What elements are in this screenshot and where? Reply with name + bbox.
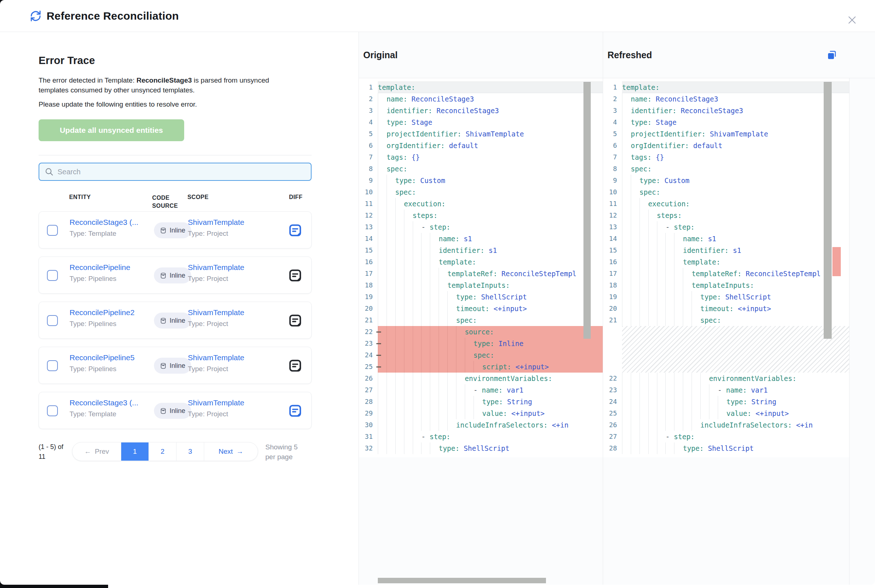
original-code-editor: 1template:2 name: ReconcileStage33 ident… [359,78,603,585]
line-number: 24 [603,396,620,408]
line-number: 11 [359,198,376,210]
code-line: 13 - step: [359,221,603,233]
scope-link[interactable]: ShivamTemplate [188,218,244,226]
diff-note-icon [288,404,302,418]
line-number: 1 [359,81,376,93]
table-row[interactable]: ReconcilePipeline2 Type: Pipelines Inlin… [39,302,312,339]
error-template-name: ReconcileStage3 [137,76,192,84]
line-number: 9 [603,175,620,186]
code-line: 28 type: ShellScript [603,442,849,454]
code-line: 23 type: Inline [359,338,603,349]
vertical-scrollbar-thumb[interactable] [584,82,591,339]
code-line: 1template: [603,81,849,93]
update-all-unsynced-button[interactable]: Update all unsynced entities [39,119,184,141]
code-line: 15 identifier: s1 [603,244,849,256]
entity-type-label: Type: Pipelines [69,365,135,373]
horizontal-scrollbar-thumb[interactable] [378,578,546,583]
page-button-3[interactable]: 3 [177,442,204,460]
line-number: 4 [603,116,620,128]
line-number: 24 [359,349,376,361]
table-row[interactable]: ReconcileStage3 (... Type: Template Inli… [39,212,312,249]
code-line: 4 type: Stage [359,116,603,128]
line-number: 23 [359,338,376,349]
line-number: 10 [359,186,376,198]
open-diff-button[interactable] [288,404,302,418]
code-line: 7 tags: {} [603,152,849,163]
entity-link[interactable]: ReconcileStage3 (... [69,218,138,226]
entity-link[interactable]: ReconcilePipeline5 [69,353,135,362]
code-line: 14 name: s1 [603,233,849,244]
row-checkbox[interactable] [47,225,58,236]
line-number: 6 [603,140,620,152]
code-line: 4 type: Stage [603,116,849,128]
code-line: 11 execution: [603,198,849,210]
error-description-text: The error detected in Template: [39,76,137,84]
arrow-right-icon: → [237,447,243,456]
line-number: 20 [359,303,376,314]
copy-icon[interactable] [826,50,837,60]
code-source-badge: Inline [154,267,191,284]
code-line: 6 orgIdentifier: default [359,140,603,152]
reference-reconciliation-dialog: Reference Reconciliation Error Trace The… [0,0,875,585]
entity-link[interactable]: ReconcilePipeline [69,263,130,272]
scope-link[interactable]: ShivamTemplate [188,308,244,317]
next-page-button[interactable]: Next → [204,442,258,460]
code-line: 13 - step: [603,221,849,233]
table-row[interactable]: ReconcileStage3 (... Type: Template Inli… [39,392,312,429]
open-diff-button[interactable] [288,313,302,328]
code-line: 3 identifier: ReconcileStage3 [603,105,849,116]
line-number: 12 [603,210,620,221]
line-number: 28 [359,396,376,408]
table-row[interactable]: ReconcilePipeline5 Type: Pipelines Inlin… [39,347,312,384]
code-line: 21 spec: [359,314,603,326]
code-line: 22 source: [359,326,603,338]
vertical-scrollbar-thumb[interactable] [824,82,832,339]
scope-link[interactable]: ShivamTemplate [188,353,244,362]
entity-type-label: Type: Pipelines [69,275,130,283]
scope-link[interactable]: ShivamTemplate [188,263,244,272]
diff-note-icon [288,268,302,283]
column-header-scope: SCOPE [188,194,209,201]
refreshed-code-editor: 1template:2 name: ReconcileStage33 ident… [603,78,849,585]
inline-source-icon [160,317,167,324]
code-line: 6 orgIdentifier: default [603,140,849,152]
diff-note-icon [288,358,302,373]
search-input[interactable] [57,168,306,176]
row-checkbox[interactable] [47,405,58,416]
scope-link[interactable]: ShivamTemplate [188,398,244,407]
line-number: 7 [359,152,376,163]
line-number: 8 [603,163,620,175]
code-line: 20 timeout: <+input> [603,303,849,314]
line-number: 20 [603,303,620,314]
line-number: 7 [603,152,620,163]
open-diff-button[interactable] [288,223,302,238]
open-diff-button[interactable] [288,268,302,283]
open-diff-button[interactable] [288,358,302,373]
line-number: 16 [603,256,620,268]
line-number: 31 [359,431,376,442]
search-box [39,163,312,181]
diff-header: Original Refreshed [359,32,875,78]
line-number: 22 [359,326,376,338]
row-checkbox[interactable] [47,360,58,371]
table-row[interactable]: ReconcilePipeline Type: Pipelines Inline… [39,256,312,294]
entity-type-label: Type: Template [69,230,138,238]
entity-link[interactable]: ReconcileStage3 (... [69,398,138,407]
page-button-2[interactable]: 2 [149,442,177,460]
code-line: 10 spec: [603,186,849,198]
line-number: 28 [603,442,620,454]
close-icon[interactable] [846,15,857,26]
page-title: Reference Reconciliation [47,10,179,22]
refreshed-panel-title: Refreshed [608,50,652,60]
row-checkbox[interactable] [47,315,58,326]
inline-source-icon [160,272,167,279]
prev-page-button[interactable]: ← Prev [72,442,121,460]
code-line: 8 spec: [603,163,849,175]
row-checkbox[interactable] [47,270,58,281]
line-number: 5 [603,128,620,140]
page-button-1[interactable]: 1 [121,442,149,460]
diff-editors: 1template:2 name: ReconcileStage33 ident… [359,78,875,585]
code-line: 16 template: [359,256,603,268]
line-number: 18 [603,279,620,291]
entity-link[interactable]: ReconcilePipeline2 [69,308,135,317]
